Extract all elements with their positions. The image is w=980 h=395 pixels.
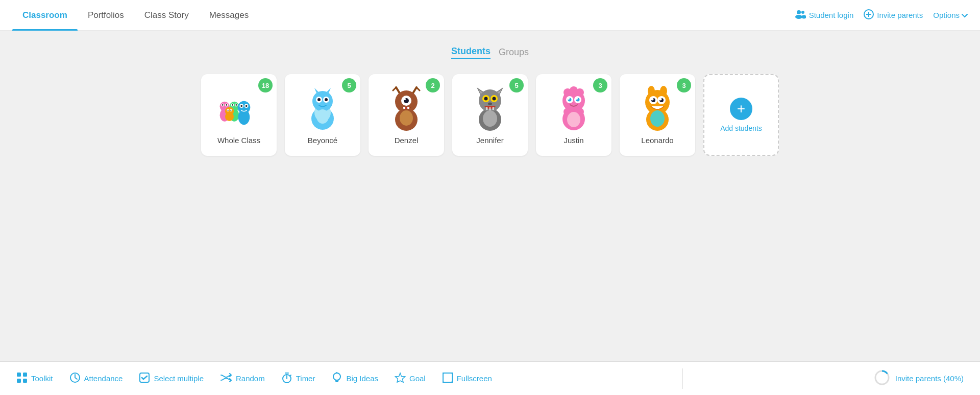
- svg-point-10: [222, 104, 224, 106]
- svg-point-90: [651, 98, 654, 100]
- fullscreen-button[interactable]: Fullscreen: [442, 372, 492, 385]
- svg-marker-35: [327, 88, 331, 93]
- svg-point-81: [567, 112, 580, 127]
- view-toggle: Students Groups: [451, 46, 529, 59]
- invite-parents-nav-icon: [864, 9, 874, 21]
- svg-line-43: [393, 87, 396, 90]
- svg-line-44: [416, 87, 420, 90]
- svg-rect-96: [23, 379, 27, 383]
- whole-class-name: Whole Class: [217, 136, 260, 145]
- svg-point-37: [317, 98, 321, 101]
- svg-rect-95: [17, 379, 21, 383]
- bottom-toolbar: Toolkit Attendance Select multiple Rando…: [0, 361, 980, 395]
- students-toggle[interactable]: Students: [451, 46, 491, 59]
- timer-button[interactable]: Timer: [281, 372, 315, 385]
- invite-parents-progress-label: Invite parents (40%): [895, 374, 964, 383]
- svg-rect-93: [17, 373, 21, 377]
- invite-parents-progress-button[interactable]: Invite parents (40%): [874, 369, 964, 387]
- svg-point-22: [240, 105, 242, 107]
- whole-class-card[interactable]: 18: [201, 74, 277, 156]
- fullscreen-icon: [442, 372, 453, 385]
- svg-point-0: [797, 10, 801, 14]
- svg-point-1: [795, 15, 802, 19]
- timer-label: Timer: [296, 374, 315, 383]
- svg-point-20: [238, 101, 251, 113]
- tab-messages[interactable]: Messages: [199, 0, 259, 31]
- svg-rect-51: [407, 107, 409, 109]
- main-content: Students Groups 18: [0, 31, 980, 361]
- denzel-name: Denzel: [395, 136, 419, 145]
- add-students-label: Add students: [720, 124, 762, 132]
- student-card-leonardo[interactable]: 3: [620, 74, 695, 156]
- svg-point-28: [228, 109, 229, 110]
- students-grid: 18: [201, 74, 779, 156]
- attendance-button[interactable]: Attendance: [69, 372, 123, 385]
- svg-point-63: [488, 102, 492, 105]
- student-card-beyonce[interactable]: 5 Beyoncé: [285, 74, 360, 156]
- student-card-jennifer[interactable]: 5: [452, 74, 528, 156]
- select-multiple-icon: [139, 372, 150, 385]
- tab-class-story[interactable]: Class Story: [134, 0, 199, 31]
- student-login-label: Student login: [809, 11, 854, 19]
- justin-name: Justin: [564, 136, 583, 145]
- big-ideas-icon: [331, 372, 342, 385]
- big-ideas-label: Big Ideas: [346, 374, 378, 383]
- goal-button[interactable]: Goal: [395, 372, 426, 385]
- random-label: Random: [236, 374, 265, 383]
- svg-point-40: [316, 109, 329, 124]
- groups-toggle[interactable]: Groups: [499, 47, 529, 58]
- tab-portfolios[interactable]: Portfolios: [78, 0, 134, 31]
- svg-point-80: [576, 98, 578, 100]
- svg-point-74: [576, 88, 584, 97]
- svg-rect-50: [403, 107, 405, 109]
- svg-point-49: [404, 98, 406, 100]
- big-ideas-button[interactable]: Big Ideas: [331, 372, 378, 385]
- invite-parents-nav-button[interactable]: Invite parents: [864, 9, 923, 21]
- svg-point-91: [659, 98, 662, 100]
- toolkit-icon: [16, 372, 28, 385]
- top-navigation: Classroom Portfolios Class Story Message…: [0, 0, 980, 31]
- invite-parents-nav-label: Invite parents: [877, 11, 923, 19]
- svg-point-16: [232, 104, 233, 106]
- student-login-button[interactable]: Student login: [795, 10, 854, 20]
- toolbar-divider: [682, 368, 683, 389]
- toolkit-button[interactable]: Toolkit: [16, 372, 53, 385]
- attendance-icon: [69, 372, 81, 385]
- jennifer-name: Jennifer: [476, 136, 503, 145]
- beyonce-badge: 5: [342, 78, 356, 92]
- nav-tabs: Classroom Portfolios Class Story Message…: [12, 0, 259, 31]
- svg-point-103: [333, 373, 340, 380]
- whole-class-badge: 18: [258, 78, 273, 92]
- svg-point-52: [400, 110, 413, 126]
- goal-label: Goal: [409, 374, 426, 383]
- svg-rect-94: [23, 373, 27, 377]
- select-multiple-label: Select multiple: [154, 374, 204, 383]
- svg-point-26: [225, 107, 234, 115]
- svg-point-67: [483, 110, 497, 127]
- add-students-card[interactable]: + Add students: [703, 74, 779, 156]
- nav-actions: Student login Invite parents Options: [795, 9, 968, 21]
- jennifer-avatar: [467, 86, 513, 132]
- select-multiple-button[interactable]: Select multiple: [139, 372, 204, 385]
- denzel-badge: 2: [426, 78, 440, 92]
- svg-point-24: [246, 105, 248, 107]
- svg-point-33: [312, 91, 333, 111]
- svg-point-79: [568, 98, 570, 100]
- invite-parents-progress-icon: [874, 369, 890, 387]
- options-label: Options: [933, 11, 960, 19]
- svg-point-92: [650, 110, 665, 127]
- svg-point-30: [230, 109, 231, 110]
- random-button[interactable]: Random: [220, 373, 265, 384]
- student-card-justin[interactable]: 3: [536, 74, 611, 156]
- svg-point-18: [235, 104, 237, 106]
- beyonce-avatar: [300, 86, 346, 132]
- leonardo-name: Leonardo: [641, 136, 673, 145]
- tab-classroom[interactable]: Classroom: [12, 0, 78, 31]
- svg-point-39: [325, 98, 328, 101]
- beyonce-name: Beyoncé: [308, 136, 337, 145]
- student-card-denzel[interactable]: 2: [369, 74, 444, 156]
- leonardo-avatar: [634, 86, 680, 132]
- justin-avatar: [551, 86, 597, 132]
- fullscreen-label: Fullscreen: [457, 374, 492, 383]
- options-button[interactable]: Options: [933, 11, 968, 19]
